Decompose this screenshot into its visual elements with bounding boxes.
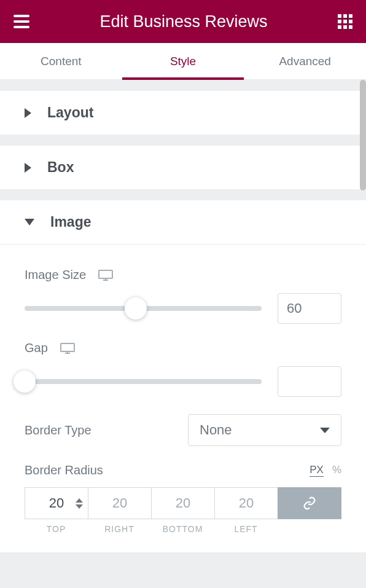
- section-title-image: Image: [50, 214, 91, 230]
- desktop-icon[interactable]: [98, 270, 113, 281]
- section-box: Box: [0, 146, 366, 189]
- input-gap[interactable]: [278, 366, 341, 397]
- input-radius-right[interactable]: 20: [88, 487, 151, 519]
- chevron-down-icon: [25, 219, 34, 225]
- border-radius-inputs: 20 20 20 20: [25, 487, 341, 519]
- input-radius-top[interactable]: 20: [25, 487, 88, 519]
- chevron-right-icon: [25, 163, 31, 173]
- header: Edit Business Reviews: [0, 0, 366, 43]
- unit-percent[interactable]: %: [332, 464, 341, 477]
- slider-thumb[interactable]: [125, 297, 147, 319]
- tab-advanced[interactable]: Advanced: [244, 43, 366, 79]
- label-right: RIGHT: [88, 524, 151, 534]
- label-top: TOP: [25, 524, 88, 534]
- scrollbar[interactable]: [360, 80, 366, 190]
- desktop-icon[interactable]: [60, 343, 75, 354]
- input-image-size[interactable]: [278, 293, 341, 324]
- section-header-box[interactable]: Box: [0, 146, 366, 189]
- chevron-right-icon: [25, 108, 31, 118]
- slider-thumb[interactable]: [14, 370, 36, 393]
- section-body-image: Image Size Gap: [0, 244, 366, 552]
- control-border-radius: Border Radius PX % 20 20 2: [25, 463, 341, 534]
- stepper-down-icon[interactable]: [76, 504, 83, 509]
- section-header-image[interactable]: Image: [0, 200, 366, 244]
- label-border-type: Border Type: [25, 423, 172, 437]
- section-layout: Layout: [0, 91, 366, 135]
- unit-toggle: PX %: [310, 464, 341, 477]
- select-border-type-value: None: [200, 422, 232, 438]
- control-gap: Gap: [25, 341, 341, 397]
- number-stepper[interactable]: [76, 498, 83, 509]
- label-left: LEFT: [214, 524, 278, 534]
- link-values-button[interactable]: [278, 487, 341, 519]
- section-image: Image Image Size: [0, 200, 366, 552]
- control-border-type: Border Type None: [25, 414, 341, 446]
- apps-icon[interactable]: [338, 14, 352, 29]
- caret-down-icon: [320, 428, 330, 433]
- stepper-up-icon[interactable]: [76, 498, 83, 503]
- svg-rect-0: [99, 270, 112, 278]
- select-border-type[interactable]: None: [188, 414, 341, 446]
- control-image-size: Image Size: [25, 268, 341, 324]
- section-title-box: Box: [47, 159, 74, 176]
- label-gap: Gap: [25, 341, 48, 355]
- tab-bar: Content Style Advanced: [0, 43, 366, 80]
- slider-image-size[interactable]: [25, 297, 262, 319]
- tab-style[interactable]: Style: [122, 43, 244, 79]
- content-area: Layout Box Image Image Size: [0, 80, 366, 588]
- label-border-radius: Border Radius: [25, 463, 103, 477]
- tab-content[interactable]: Content: [0, 43, 122, 79]
- label-bottom: BOTTOM: [151, 524, 214, 534]
- input-radius-bottom[interactable]: 20: [151, 487, 214, 519]
- dimension-labels: TOP RIGHT BOTTOM LEFT: [25, 524, 341, 534]
- slider-gap[interactable]: [25, 370, 262, 393]
- unit-px[interactable]: PX: [310, 464, 324, 477]
- section-title-layout: Layout: [47, 104, 93, 121]
- page-title: Edit Business Reviews: [99, 12, 267, 31]
- section-header-layout[interactable]: Layout: [0, 91, 366, 135]
- input-radius-left[interactable]: 20: [214, 487, 278, 519]
- svg-rect-3: [61, 343, 74, 351]
- label-image-size: Image Size: [25, 268, 86, 282]
- menu-icon[interactable]: [14, 15, 29, 28]
